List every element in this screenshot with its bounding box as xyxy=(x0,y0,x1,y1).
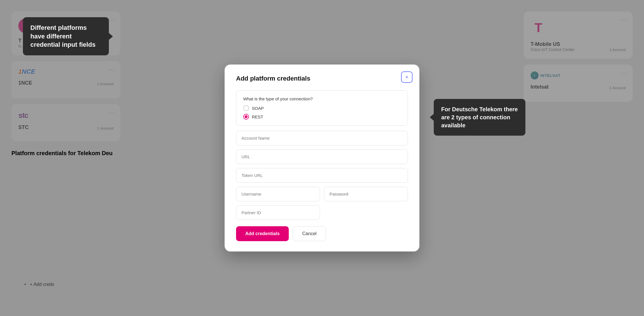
url-input[interactable] xyxy=(236,149,408,164)
username-input[interactable] xyxy=(236,187,320,201)
username-password-row xyxy=(236,187,408,201)
cancel-label: Cancel xyxy=(302,231,317,236)
soap-radio-label: SOAP xyxy=(252,106,264,111)
rest-radio-label: REST xyxy=(252,114,263,119)
password-input[interactable] xyxy=(324,187,408,201)
tooltip-right: For Deutsche Telekom there are 2 types o… xyxy=(434,99,525,136)
tooltip-right-text: For Deutsche Telekom there are 2 types o… xyxy=(441,106,518,128)
connection-type-radio-group: SOAP REST xyxy=(243,105,401,120)
modal-actions: Add credentials Cancel xyxy=(236,226,408,241)
modal-close-button[interactable]: × xyxy=(401,71,413,83)
soap-radio-item[interactable]: SOAP xyxy=(243,105,401,111)
partner-id-input[interactable] xyxy=(236,205,320,220)
add-credentials-modal: Add platform credentials × What is the t… xyxy=(225,65,419,251)
modal-backdrop: Different platforms have different crede… xyxy=(0,0,644,316)
connection-type-section: What is the type of your connection? SOA… xyxy=(236,90,408,126)
soap-radio-circle xyxy=(243,105,249,111)
connection-type-label: What is the type of your connection? xyxy=(243,96,401,101)
account-name-input[interactable] xyxy=(236,131,408,145)
add-credentials-label: Add credentials xyxy=(245,231,280,236)
add-credentials-button[interactable]: Add credentials xyxy=(236,226,289,241)
tooltip-left-text: Different platforms have different crede… xyxy=(30,24,95,48)
cancel-button[interactable]: Cancel xyxy=(293,226,326,241)
token-url-input[interactable] xyxy=(236,168,408,183)
modal-wrapper: For Deutsche Telekom there are 2 types o… xyxy=(225,65,419,251)
modal-title: Add platform credentials xyxy=(236,75,408,82)
tooltip-left: Different platforms have different crede… xyxy=(23,17,109,55)
rest-radio-circle xyxy=(243,114,249,120)
close-icon: × xyxy=(405,74,409,80)
rest-radio-item[interactable]: REST xyxy=(243,114,401,120)
